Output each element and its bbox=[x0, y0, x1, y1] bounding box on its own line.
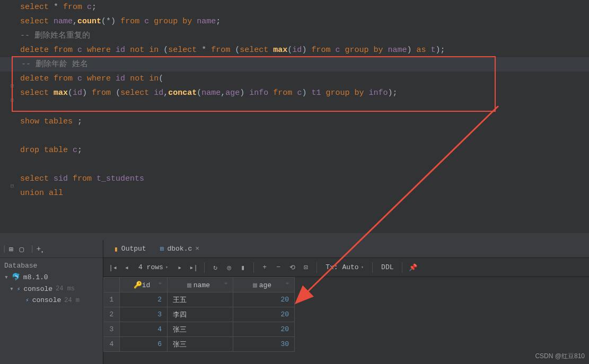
commit-button[interactable]: ⊡ bbox=[301, 262, 311, 273]
table-row[interactable]: 12王五20 bbox=[104, 292, 295, 307]
reload-button[interactable]: ↻ bbox=[210, 262, 221, 273]
layout-icon[interactable]: ⊞ bbox=[8, 245, 17, 253]
horizontal-splitter[interactable] bbox=[0, 233, 589, 240]
col-name[interactable]: ▦name÷ bbox=[168, 278, 233, 292]
next-page-button[interactable]: ▸ bbox=[174, 262, 185, 273]
watermark: CSDN @红豆810 bbox=[535, 352, 585, 361]
result-table: 🔑id÷ ▦name÷ ▦age÷ 12王五20 23李四20 34张三20 4… bbox=[103, 277, 295, 352]
console-item[interactable]: ▾console 24 ms bbox=[0, 283, 103, 295]
pin-button[interactable]: 📌 bbox=[408, 262, 418, 273]
result-tabs: ▮Output ⊞dbok.c× bbox=[103, 240, 589, 258]
stop-button[interactable]: ◎ bbox=[224, 262, 234, 273]
filter-icon[interactable]: ▢ bbox=[19, 245, 28, 253]
remove-row-button[interactable]: − bbox=[273, 262, 284, 273]
first-page-button[interactable]: |◂ bbox=[108, 262, 118, 273]
col-age[interactable]: ▦age÷ bbox=[233, 278, 295, 292]
prev-page-button[interactable]: ◂ bbox=[121, 262, 132, 273]
db-connection[interactable]: ▾🐬m8.1.0 bbox=[0, 271, 103, 283]
console-item-child[interactable]: console 24 m bbox=[0, 295, 103, 306]
tab-dbok[interactable]: ⊞dbok.c× bbox=[154, 242, 206, 256]
view-button[interactable]: ▮ bbox=[238, 262, 248, 273]
row-count[interactable]: 4 rows ▾ bbox=[135, 263, 171, 271]
last-page-button[interactable]: ▸| bbox=[188, 262, 199, 273]
tx-mode[interactable]: Tx: Auto ▾ bbox=[322, 263, 367, 271]
revert-button[interactable]: ⟲ bbox=[287, 262, 297, 273]
database-sidebar: | ⊞ ▢ | +▾ Database ▾🐬m8.1.0 ▾console 24… bbox=[0, 240, 103, 364]
close-icon[interactable]: × bbox=[195, 245, 199, 253]
table-row[interactable]: 34张三20 bbox=[104, 322, 295, 337]
db-header: Database bbox=[0, 260, 103, 271]
ddl-button[interactable]: DDL bbox=[378, 263, 397, 271]
add-row-button[interactable]: + bbox=[259, 262, 270, 273]
table-row[interactable]: 23李四20 bbox=[104, 307, 295, 322]
sql-editor[interactable]: select * from c; select name,count(*) fr… bbox=[0, 0, 589, 233]
col-id[interactable]: 🔑id÷ bbox=[120, 278, 168, 292]
add-icon[interactable]: +▾ bbox=[37, 245, 45, 253]
grid-toolbar: |◂ ◂ 4 rows ▾ ▸ ▸| ↻ ◎ ▮ + − ⟲ ⊡ Tx: Aut… bbox=[103, 258, 589, 277]
tab-output[interactable]: ▮Output bbox=[108, 242, 153, 256]
table-row[interactable]: 46张三30 bbox=[104, 337, 295, 352]
